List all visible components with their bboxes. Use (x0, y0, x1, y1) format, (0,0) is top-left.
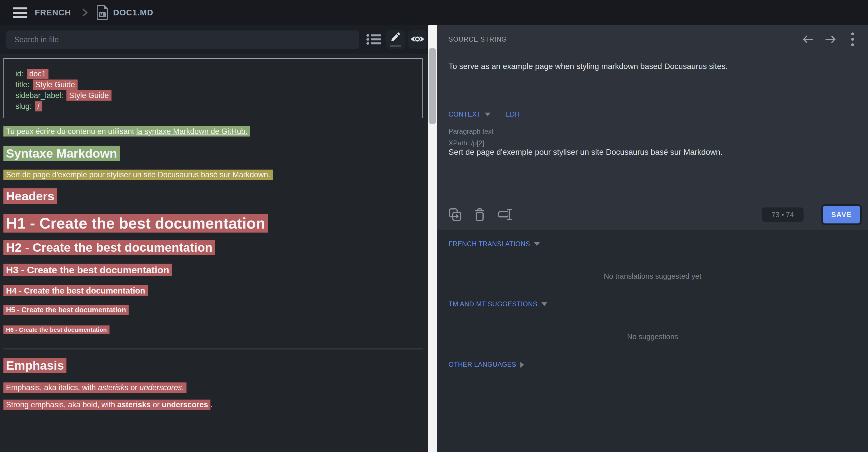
list-icon (366, 33, 381, 47)
chevron-right-icon (520, 362, 524, 368)
save-button[interactable]: SAVE (823, 206, 860, 223)
doc-paragraph-bold: Strong emphasis, aka bold, with asterisk… (3, 401, 423, 409)
translated-string[interactable]: Syntaxe Markdown (3, 146, 120, 161)
frontmatter-block: id:doc1 title:Style Guide sidebar_label:… (3, 58, 423, 118)
doc-h6: H6 - Create the best documentation (3, 327, 423, 332)
text-part: . (211, 400, 213, 409)
markdown-syntax-link[interactable]: la syntaxe Markdown de GitHub. (136, 127, 248, 136)
source-string-header: SOURCE STRING (448, 32, 860, 47)
source-string[interactable]: Style Guide (66, 90, 112, 101)
source-string[interactable]: Emphasis (3, 358, 66, 373)
section-title-label: FRENCH TRANSLATIONS (448, 240, 530, 248)
context-row: CONTEXT EDIT (448, 110, 521, 118)
doc-heading-syntax: Syntaxe Markdown (3, 147, 423, 160)
source-string[interactable]: doc1 (27, 69, 49, 79)
pencil-icon (390, 32, 401, 44)
frontmatter-line: sidebar_label:Style Guide (16, 90, 411, 101)
previous-string-button[interactable] (801, 32, 815, 46)
doc-heading-emphasis: Emphasis (3, 359, 423, 372)
translate-mode-button[interactable] (386, 30, 405, 49)
text-part: or (128, 383, 140, 392)
context-toggle[interactable]: CONTEXT (448, 110, 481, 118)
doc-h1: H1 - Create the best documentation (3, 216, 423, 231)
frontmatter-key: title: (16, 80, 30, 89)
context-edit-button[interactable]: EDIT (505, 110, 521, 118)
svg-text:M↓: M↓ (100, 12, 105, 17)
doc-h5: H5 - Create the best documentation (3, 306, 423, 314)
doc-paragraph-italics: Emphasis, aka italics, with asterisks or… (3, 384, 423, 392)
source-string[interactable]: H6 - Create the best documentation (3, 325, 110, 334)
source-string[interactable]: H2 - Create the best documentation (3, 240, 215, 255)
section-french-translations[interactable]: FRENCH TRANSLATIONS (448, 240, 540, 248)
doc-paragraph-intro: Tu peux écrire du contenu en utilisant l… (3, 128, 423, 135)
translation-input[interactable]: Sert de page d'exemple pour styliser un … (448, 147, 851, 201)
preview-mode-button[interactable] (408, 30, 427, 49)
translated-string[interactable]: Tu peux écrire du contenu en utilisant l… (3, 126, 250, 136)
section-tm-mt-suggestions[interactable]: TM AND MT SUGGESTIONS (448, 300, 547, 308)
next-string-button[interactable] (824, 32, 837, 46)
markdown-file-icon: M↓ (97, 5, 108, 20)
delete-translation-button[interactable] (474, 208, 485, 221)
frontmatter-line: id:doc1 (16, 68, 411, 79)
translation-section: Sert de page d'exemple pour styliser un … (437, 137, 868, 230)
source-string[interactable]: H1 - Create the best documentation (3, 214, 268, 232)
context-type: Paragraph text (448, 125, 493, 137)
text-part: Strong emphasis, aka bold, with (6, 400, 117, 409)
chevron-down-icon (485, 112, 491, 116)
translations-empty-state: No translations suggested yet (437, 272, 868, 281)
chevron-down-icon (534, 242, 540, 246)
source-string[interactable]: Style Guide (33, 79, 78, 90)
text-cursor-field-icon[interactable] (498, 208, 512, 221)
text-part: or (151, 400, 162, 409)
chevron-down-icon (541, 302, 547, 306)
doc-h4: H4 - Create the best documentation (3, 287, 423, 295)
bold-part: asterisks (117, 400, 151, 409)
breadcrumb-project[interactable]: FRENCH (35, 8, 71, 18)
char-counter: 73 • 74 (762, 207, 804, 222)
active-mode-underline (390, 45, 401, 47)
source-string-card: SOURCE STRING To serve as an example pag… (437, 25, 868, 230)
source-string[interactable]: H4 - Create the best documentation (3, 285, 148, 296)
copy-source-button[interactable] (448, 208, 462, 221)
scrollbar-thumb[interactable] (429, 48, 436, 124)
search-input[interactable] (6, 31, 359, 49)
source-string[interactable]: H3 - Create the best documentation (3, 264, 172, 276)
intro-text: Tu peux écrire du contenu en utilisant (6, 127, 136, 136)
text-part: . (182, 383, 184, 392)
doc-h3: H3 - Create the best documentation (3, 265, 423, 275)
breadcrumb-file[interactable]: DOC1.MD (113, 8, 153, 18)
more-options-kebab-icon[interactable] (846, 32, 860, 46)
source-string[interactable]: Emphasis, aka italics, with asterisks or… (3, 383, 186, 393)
editor-panel: id:doc1 title:Style Guide sidebar_label:… (0, 25, 428, 452)
frontmatter-key: sidebar_label: (16, 91, 63, 100)
strings-list-button[interactable] (366, 31, 382, 49)
source-string[interactable]: Headers (3, 188, 57, 204)
frontmatter-line: slug:/ (16, 101, 411, 112)
topbar: FRENCH M↓ DOC1.MD (0, 0, 868, 25)
italic-part: asterisks (98, 383, 129, 392)
section-title-label: OTHER LANGUAGES (448, 361, 517, 368)
chevron-right-icon (82, 8, 88, 17)
frontmatter-key: id: (16, 69, 24, 78)
doc-heading-headers: Headers (3, 190, 423, 202)
divider (3, 349, 423, 349)
menu-hamburger-icon[interactable] (13, 7, 27, 18)
frontmatter-key: slug: (16, 102, 32, 110)
bold-part: underscores (162, 400, 208, 409)
source-string[interactable]: H5 - Create the best documentation (3, 305, 129, 315)
eye-icon (411, 34, 424, 45)
source-string[interactable]: Strong emphasis, aka bold, with asterisk… (3, 399, 211, 410)
vertical-scrollbar[interactable] (428, 25, 437, 452)
text-part: Emphasis, aka italics, with (6, 383, 98, 392)
suggestions-empty-state: No suggestions (437, 332, 868, 341)
frontmatter-line: title:Style Guide (16, 79, 411, 90)
section-other-languages[interactable]: OTHER LANGUAGES (448, 361, 524, 368)
source-string-title: SOURCE STRING (448, 36, 507, 43)
document-content: id:doc1 title:Style Guide sidebar_label:… (3, 58, 423, 409)
selected-string[interactable]: Sert de page d'exemple pour styliser un … (3, 169, 273, 180)
source-string[interactable]: / (35, 101, 42, 111)
translation-panel: SOURCE STRING To serve as an example pag… (437, 25, 868, 452)
doc-h2: H2 - Create the best documentation (3, 241, 423, 254)
translation-toolbar: 73 • 74 SAVE (448, 205, 860, 224)
doc-paragraph-selected: Sert de page d'exemple pour styliser un … (3, 171, 423, 179)
